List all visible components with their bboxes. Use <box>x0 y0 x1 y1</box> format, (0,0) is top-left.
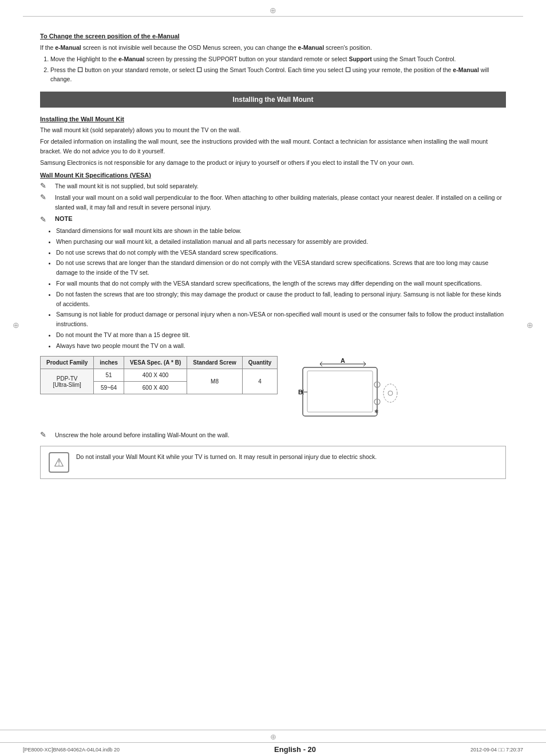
note-icon-1: ✎ <box>40 181 53 190</box>
bullet-list: Standard dimensions for wall mount kits … <box>40 226 506 351</box>
bullet-4: Do not use screws that are longer than t… <box>56 258 506 278</box>
svg-point-15 <box>388 391 393 395</box>
svg-point-14 <box>383 384 397 402</box>
kit-p3: Samsung Electronics is not responsible f… <box>40 158 506 167</box>
svg-line-4 <box>363 362 366 364</box>
note-icon-3: ✎ <box>40 215 53 224</box>
spec-table: Product Family inches VESA Spec. (A * B)… <box>40 356 278 394</box>
bullet-5: For wall mounts that do not comply with … <box>56 279 506 288</box>
note-header-line: ✎ NOTE <box>40 215 506 224</box>
tv-diagram: A B <box>286 356 400 425</box>
steps-list: Move the Highlight to the e-Manual scree… <box>40 54 506 84</box>
col-screw: Standard Screw <box>187 357 243 369</box>
footer-page-label: English - 20 <box>274 745 316 754</box>
change-screen-title: To Change the screen position of the e-M… <box>40 33 506 39</box>
svg-line-3 <box>320 364 322 366</box>
tv-diagram-svg: A B <box>286 356 400 425</box>
bullet-2: When purchasing our wall mount kit, a de… <box>56 237 506 247</box>
kit-p1: The wall mount kit (sold separately) all… <box>40 125 506 134</box>
top-decoration: ⊕ <box>0 0 546 16</box>
svg-text:A: A <box>341 357 345 364</box>
svg-rect-7 <box>307 371 373 412</box>
inches-59-64: 59~64 <box>94 382 124 394</box>
content-area: To Change the screen position of the e-M… <box>0 17 546 490</box>
note-text-2: Install your wall mount on a solid wall … <box>55 193 506 212</box>
step-2: Press the ☐ button on your standard remo… <box>50 65 506 84</box>
svg-text:✱: ✱ <box>374 409 379 414</box>
bottom-footer: [PE8000-XC]BN68-04062A-04L04.indb 20 Eng… <box>0 742 546 756</box>
note-line-2: ✎ Install your wall mount on a solid wal… <box>40 193 506 212</box>
warning-box: ⚠ Do not install your Wall Mount Kit whi… <box>40 446 506 479</box>
footer-left-text: [PE8000-XC]BN68-04062A-04L04.indb 20 <box>23 747 120 753</box>
note-line-1: ✎ The wall mount kit is not supplied, bu… <box>40 181 506 191</box>
col-product-family: Product Family <box>41 357 94 369</box>
bullet-3: Do not use screws that do not comply wit… <box>56 248 506 258</box>
warning-icon: ⚠ <box>49 452 69 473</box>
svg-rect-6 <box>303 367 377 416</box>
unscrew-note-text: Unscrew the hole around before installin… <box>55 430 230 440</box>
inches-51: 51 <box>94 369 124 382</box>
product-family-cell: PDP-TV[Ultra-Slim] <box>41 369 94 394</box>
page: ⊕ To Change the screen position of the e… <box>0 0 546 756</box>
vesa-400x400: 400 X 400 <box>124 369 187 382</box>
specs-title: Wall Mount Kit Specifications (VESA) <box>40 172 506 179</box>
table-section: Product Family inches VESA Spec. (A * B)… <box>40 356 506 425</box>
col-inches: inches <box>94 357 124 369</box>
svg-line-5 <box>363 364 366 366</box>
bottom-area: ⊕ [PE8000-XC]BN68-04062A-04L04.indb 20 E… <box>0 730 546 756</box>
kit-p2: For detailed information on installing t… <box>40 137 506 156</box>
col-qty: Quantity <box>242 357 278 369</box>
note-icon-2: ✎ <box>40 193 53 201</box>
footer-right-text: 2012-09-04 □□ 7:20:37 <box>470 747 523 753</box>
svg-line-2 <box>320 362 322 364</box>
note-text-1: The wall mount kit is not supplied, but … <box>55 181 199 191</box>
vesa-600x400: 600 X 400 <box>124 382 187 394</box>
bullet-1: Standard dimensions for wall mount kits … <box>56 226 506 236</box>
bullet-7: Samsung is not liable for product damage… <box>56 310 506 329</box>
bullet-8: Do not mount the TV at more than a 15 de… <box>56 330 506 340</box>
bottom-decoration: ⊕ <box>0 730 546 742</box>
bullet-9: Always have two people mount the TV on a… <box>56 341 506 351</box>
note-section-1: ✎ The wall mount kit is not supplied, bu… <box>40 181 506 212</box>
warning-text: Do not install your Wall Mount Kit while… <box>76 452 377 461</box>
change-screen-p1: If the e-Manual screen is not invisible … <box>40 43 506 52</box>
wall-mount-kit-title: Installing the Wall Mount Kit <box>40 116 506 122</box>
screw-m8: M8 <box>187 369 243 394</box>
qty-4: 4 <box>242 369 278 394</box>
note-bold-label: NOTE <box>55 215 73 222</box>
left-margin-symbol: ⊕ <box>13 320 19 330</box>
step-1: Move the Highlight to the e-Manual scree… <box>50 54 506 64</box>
wall-mount-section-header: Installing the Wall Mount <box>40 92 506 108</box>
right-margin-symbol: ⊕ <box>527 320 533 330</box>
unscrew-note-icon: ✎ <box>40 430 53 439</box>
bullet-6: Do not fasten the screws that are too st… <box>56 290 506 309</box>
unscrew-note-line: ✎ Unscrew the hole around before install… <box>40 430 506 440</box>
col-vesa: VESA Spec. (A * B) <box>124 357 187 369</box>
